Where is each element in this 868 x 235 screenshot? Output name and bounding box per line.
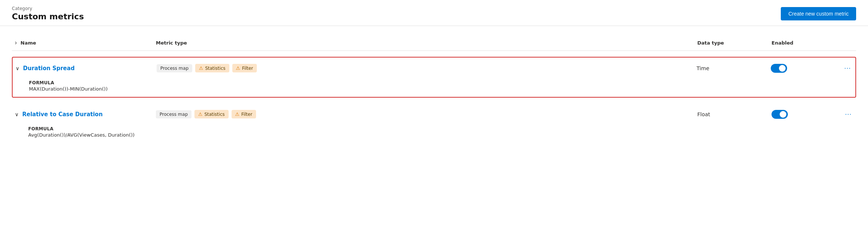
badge-filter-2: ⚠ Filter xyxy=(232,110,256,118)
formula-block-duration-spread: FORMULA MAX(Duration())-MIN(Duration()) xyxy=(16,80,157,92)
warning-icon-statistics-1: ⚠ xyxy=(199,65,203,71)
formula-block-relative-case: FORMULA Avg(Duration())/AVG(ViewCases, D… xyxy=(15,126,156,138)
chevron-down-icon: ∨ xyxy=(16,65,19,71)
create-metric-button[interactable]: Create new custom metric xyxy=(781,7,856,20)
metric-main-row-duration-spread: ∨ Duration Spread Process map ⚠ Statisti… xyxy=(13,58,855,79)
toggle-slider-duration-spread xyxy=(771,64,787,73)
metric-type-cell-duration-spread: Process map ⚠ Statistics ⚠ Filter xyxy=(157,64,697,72)
enabled-col-label: Enabled xyxy=(772,40,831,46)
badge-statistics-2: ⚠ Statistics xyxy=(194,110,229,118)
actions-cell-duration-spread: ··· xyxy=(830,63,852,74)
metric-name-link-relative-case[interactable]: Relative to Case Duration xyxy=(22,111,103,118)
more-icon-relative-case: ··· xyxy=(845,110,852,118)
page-header: Category Custom metrics Create new custo… xyxy=(0,0,868,26)
metric-row-relative-case: ∨ Relative to Case Duration Process map … xyxy=(12,104,856,143)
toggle-slider-relative-case xyxy=(772,110,788,119)
enabled-toggle-relative-case[interactable] xyxy=(772,110,788,119)
warning-icon-statistics-2: ⚠ xyxy=(198,111,203,117)
metric-row-duration-spread: ∨ Duration Spread Process map ⚠ Statisti… xyxy=(12,57,856,98)
badge-process-map-1: Process map xyxy=(157,64,192,72)
metric-detail-row-relative-case: FORMULA Avg(Duration())/AVG(ViewCases, D… xyxy=(12,125,856,143)
formula-label-relative-case: FORMULA xyxy=(28,126,156,131)
warning-icon-filter-1: ⚠ xyxy=(236,65,240,71)
metrics-table: › Name Metric type Data type Enabled ∨ D… xyxy=(0,35,868,143)
expand-all-button[interactable]: › xyxy=(15,39,17,46)
metric-name-cell-relative-case: ∨ Relative to Case Duration xyxy=(15,111,156,118)
chevron-right-icon: › xyxy=(15,39,17,46)
metric-type-col-label: Metric type xyxy=(156,40,697,46)
metric-type-cell-relative-case: Process map ⚠ Statistics ⚠ Filter xyxy=(156,110,697,118)
more-icon-duration-spread: ··· xyxy=(844,64,851,72)
formula-text-duration-spread: MAX(Duration())-MIN(Duration()) xyxy=(29,86,157,92)
badge-process-map-2: Process map xyxy=(156,110,191,118)
metric-main-row-relative-case: ∨ Relative to Case Duration Process map … xyxy=(12,104,856,125)
warning-icon-filter-2: ⚠ xyxy=(235,111,240,117)
formula-text-relative-case: Avg(Duration())/AVG(ViewCases, Duration(… xyxy=(28,132,156,138)
more-options-button-relative-case[interactable]: ··· xyxy=(844,109,853,120)
name-col-label: Name xyxy=(20,40,36,46)
enabled-cell-duration-spread xyxy=(771,64,830,73)
metric-name-link-duration-spread[interactable]: Duration Spread xyxy=(23,65,75,72)
collapse-button-duration-spread[interactable]: ∨ xyxy=(16,65,19,71)
data-type-col-label: Data type xyxy=(697,40,772,46)
enabled-toggle-duration-spread[interactable] xyxy=(771,64,787,73)
metric-name-cell-duration-spread: ∨ Duration Spread xyxy=(16,65,157,72)
chevron-down-icon-2: ∨ xyxy=(15,111,19,117)
actions-cell-relative-case: ··· xyxy=(831,109,853,120)
data-type-relative-case: Float xyxy=(697,111,772,117)
page-title: Custom metrics xyxy=(12,12,84,21)
collapse-button-relative-case[interactable]: ∨ xyxy=(15,111,19,117)
table-header-row: › Name Metric type Data type Enabled xyxy=(12,35,856,51)
badge-statistics-1: ⚠ Statistics xyxy=(195,64,229,72)
formula-label-duration-spread: FORMULA xyxy=(29,80,157,85)
category-label: Category xyxy=(12,6,84,11)
enabled-cell-relative-case xyxy=(772,110,831,119)
data-type-duration-spread: Time xyxy=(697,65,771,71)
metric-detail-row-duration-spread: FORMULA MAX(Duration())-MIN(Duration()) xyxy=(13,79,855,97)
header-title-section: Category Custom metrics xyxy=(12,6,84,21)
badge-filter-1: ⚠ Filter xyxy=(232,64,257,72)
name-column-header: › Name xyxy=(15,39,156,46)
more-options-button-duration-spread[interactable]: ··· xyxy=(843,63,852,74)
